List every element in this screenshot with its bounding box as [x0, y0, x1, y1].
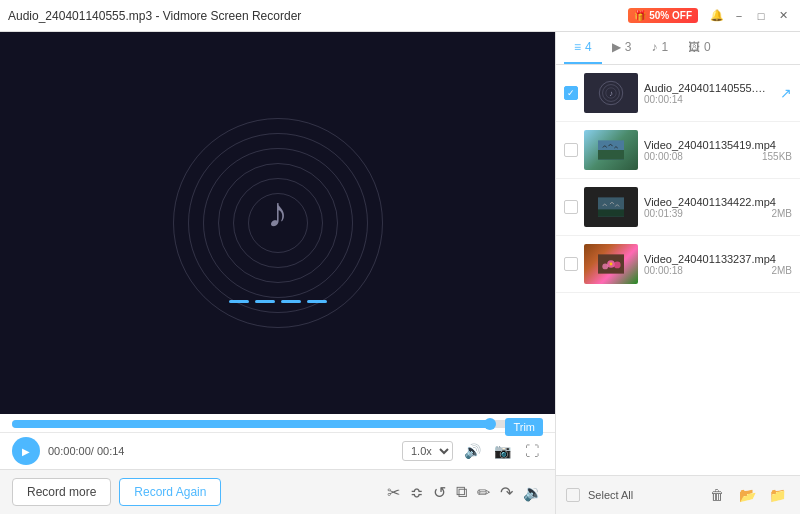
file-duration-2: 00:01:39 — [644, 208, 683, 219]
bell-icon[interactable]: 🔔 — [708, 7, 726, 25]
volume-icon[interactable]: 🔊 — [461, 440, 483, 462]
video-tab-icon: ▶ — [612, 40, 621, 54]
file-size-1: 155KB — [762, 151, 792, 162]
file-duration-1: 00:00:08 — [644, 151, 683, 162]
fullscreen-icon[interactable]: ⛶ — [521, 440, 543, 462]
file-name-2: Video_240401134422.mp4 — [644, 196, 792, 208]
file-checkbox-1[interactable] — [564, 143, 578, 157]
file-info-1: Video_240401135419.mp4 00:00:08 155KB — [644, 139, 792, 162]
cut-icon[interactable]: ✂ — [387, 483, 400, 502]
edit-icon[interactable]: ✏ — [477, 483, 490, 502]
file-name-0: Audio_240401140555.mp3 — [644, 82, 774, 94]
file-checkbox-2[interactable] — [564, 200, 578, 214]
right-panel: ≡ 4 ▶ 3 ♪ 1 🖼 0 ✓ — [555, 32, 800, 514]
rotate-icon[interactable]: ↺ — [433, 483, 446, 502]
close-button[interactable]: ✕ — [774, 7, 792, 25]
record-again-button[interactable]: Record Again — [119, 478, 221, 506]
svg-point-12 — [610, 263, 613, 266]
folder-open-icon[interactable]: 📂 — [734, 482, 760, 508]
tab-bar: ≡ 4 ▶ 3 ♪ 1 🖼 0 — [556, 32, 800, 65]
file-list: ✓ ♪ Audio_240401140555.mp3 00:00:14 ↗ — [556, 65, 800, 475]
file-meta-3: 00:00:18 2MB — [644, 265, 792, 276]
share-icon[interactable]: ↷ — [500, 483, 513, 502]
tab-all-count: 4 — [585, 40, 592, 54]
progress-area: Trim — [0, 414, 555, 432]
bottom-tools: Select All 🗑 📂 📁 — [556, 475, 800, 514]
file-thumbnail-3 — [584, 244, 638, 284]
list-item: Video_240401134422.mp4 00:01:39 2MB — [556, 179, 800, 236]
minimize-button[interactable]: − — [730, 7, 748, 25]
file-meta-1: 00:00:08 155KB — [644, 151, 792, 162]
controls-bar: ▶ 00:00:00/ 00:14 1.0x 0.5x 1.5x 2.0x 🔊 … — [0, 432, 555, 469]
select-all-label: Select All — [588, 489, 700, 501]
music-note-icon: ♪ — [267, 189, 288, 237]
progress-track[interactable] — [12, 420, 543, 428]
speed-select[interactable]: 1.0x 0.5x 1.5x 2.0x — [402, 441, 453, 461]
file-meta-2: 00:01:39 2MB — [644, 208, 792, 219]
file-thumbnail-1 — [584, 130, 638, 170]
export-icon[interactable]: 📁 — [764, 482, 790, 508]
left-panel: ♪ Trim ▶ 00:00:0 — [0, 32, 555, 514]
play-button[interactable]: ▶ — [12, 437, 40, 465]
list-item: Video_240401135419.mp4 00:00:08 155KB — [556, 122, 800, 179]
tab-audio-count: 1 — [661, 40, 668, 54]
progress-handle[interactable] — [484, 418, 496, 430]
svg-point-11 — [614, 262, 621, 269]
svg-text:♪: ♪ — [609, 89, 613, 98]
delete-icon[interactable]: 🗑 — [704, 482, 730, 508]
file-size-3: 2MB — [771, 265, 792, 276]
media-display: ♪ — [0, 32, 555, 414]
window-controls: 🎁 50% OFF 🔔 − □ ✕ — [628, 0, 792, 31]
svg-rect-7 — [598, 209, 624, 216]
main-container: ♪ Trim ▶ 00:00:0 — [0, 32, 800, 514]
tab-image-count: 0 — [704, 40, 711, 54]
promo-badge[interactable]: 🎁 50% OFF — [628, 8, 698, 23]
action-bar: Record more Record Again ✂ ≎ ↺ ⧉ ✏ ↷ 🔉 — [0, 469, 555, 514]
file-thumbnail-2 — [584, 187, 638, 227]
list-icon: ≡ — [574, 40, 581, 54]
file-info-2: Video_240401134422.mp4 00:01:39 2MB — [644, 196, 792, 219]
file-name-3: Video_240401133237.mp4 — [644, 253, 792, 265]
file-thumbnail-0: ♪ — [584, 73, 638, 113]
title-bar: Audio_240401140555.mp3 - Vidmore Screen … — [0, 0, 800, 32]
music-visualization: ♪ — [168, 113, 388, 333]
list-item: Video_240401133237.mp4 00:00:18 2MB — [556, 236, 800, 293]
adjust-icon[interactable]: ≎ — [410, 483, 423, 502]
tab-all[interactable]: ≡ 4 — [564, 32, 602, 64]
file-duration-0: 00:00:14 — [644, 94, 683, 105]
audio-dash-indicator — [229, 300, 327, 303]
audio-edit-icon[interactable]: 🔉 — [523, 483, 543, 502]
list-item: ✓ ♪ Audio_240401140555.mp3 00:00:14 ↗ — [556, 65, 800, 122]
camera-icon[interactable]: 📷 — [491, 440, 513, 462]
tab-audio[interactable]: ♪ 1 — [641, 32, 678, 64]
file-checkbox-0[interactable]: ✓ — [564, 86, 578, 100]
tab-video-count: 3 — [625, 40, 632, 54]
record-more-button[interactable]: Record more — [12, 478, 111, 506]
file-info-3: Video_240401133237.mp4 00:00:18 2MB — [644, 253, 792, 276]
tab-video[interactable]: ▶ 3 — [602, 32, 642, 64]
maximize-button[interactable]: □ — [752, 7, 770, 25]
svg-point-10 — [602, 264, 608, 270]
file-meta-0: 00:00:14 — [644, 94, 774, 105]
progress-fill — [12, 420, 490, 428]
image-tab-icon: 🖼 — [688, 40, 700, 54]
file-share-0[interactable]: ↗ — [780, 85, 792, 101]
file-duration-3: 00:00:18 — [644, 265, 683, 276]
tab-image[interactable]: 🖼 0 — [678, 32, 721, 64]
trim-button[interactable]: Trim — [505, 418, 543, 436]
file-size-2: 2MB — [771, 208, 792, 219]
file-checkbox-3[interactable] — [564, 257, 578, 271]
svg-rect-5 — [598, 150, 624, 160]
progress-container: Trim — [12, 420, 543, 428]
audio-tab-icon: ♪ — [651, 40, 657, 54]
file-name-1: Video_240401135419.mp4 — [644, 139, 792, 151]
select-all-checkbox[interactable] — [566, 488, 580, 502]
time-display: 00:00:00/ 00:14 — [48, 445, 124, 457]
file-info-0: Audio_240401140555.mp3 00:00:14 — [644, 82, 774, 105]
copy-icon[interactable]: ⧉ — [456, 483, 467, 501]
